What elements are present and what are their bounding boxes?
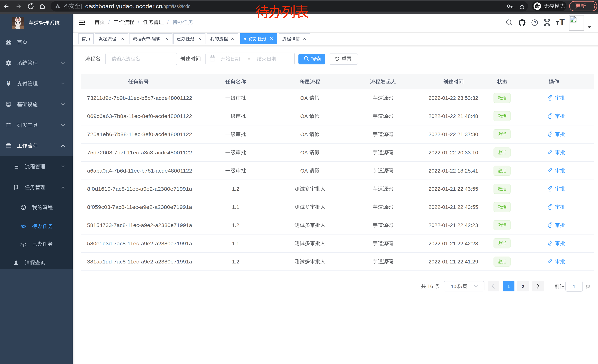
svg-text:069c6a63-7b8a-11ec-8ef0-acde48: 069c6a63-7b8a-11ec-8ef0-acde48001122 bbox=[87, 113, 192, 119]
svg-text:T: T bbox=[559, 17, 565, 27]
svg-text:2022-01-22 18:25:41: 2022-01-22 18:25:41 bbox=[429, 168, 478, 174]
svg-text:2022-01-21 22:43:55: 2022-01-21 22:43:55 bbox=[429, 204, 478, 210]
svg-text:/: / bbox=[138, 19, 139, 25]
svg-text:580e1b3d-7ac8-11ec-a9e2-a2380e: 580e1b3d-7ac8-11ec-a9e2-a2380e71991a bbox=[87, 241, 192, 246]
svg-text:10: 10 bbox=[451, 284, 456, 289]
svg-text:16: 16 bbox=[427, 283, 433, 289]
svg-text:2022-01-21 22:43:55: 2022-01-21 22:43:55 bbox=[429, 186, 478, 192]
svg-text:?: ? bbox=[533, 20, 536, 25]
svg-text:58154733-7ac8-11ec-a9e2-a2380e: 58154733-7ac8-11ec-a9e2-a2380e71991a bbox=[87, 222, 192, 228]
svg-text:1.1: 1.1 bbox=[232, 204, 239, 210]
svg-text:1: 1 bbox=[507, 284, 510, 289]
svg-text:/: / bbox=[461, 284, 463, 289]
svg-text:2022-01-22 23:53:32: 2022-01-22 23:53:32 bbox=[429, 95, 478, 101]
svg-text:2022-01-21 22:42:23: 2022-01-21 22:42:23 bbox=[429, 241, 478, 246]
svg-text:2: 2 bbox=[522, 284, 524, 289]
svg-text:2022-01-22 21:37:30: 2022-01-22 21:37:30 bbox=[429, 131, 478, 137]
svg-text:OA: OA bbox=[300, 131, 308, 137]
svg-text:1: 1 bbox=[573, 284, 575, 289]
svg-text:OA: OA bbox=[300, 113, 308, 119]
svg-text:2022-01-22 20:33:10: 2022-01-22 20:33:10 bbox=[429, 150, 478, 155]
svg-text:381aa1dd-7ac8-11ec-a9e2-a2380e: 381aa1dd-7ac8-11ec-a9e2-a2380e71991a bbox=[87, 259, 192, 265]
svg-text:1.2: 1.2 bbox=[232, 222, 239, 228]
svg-text:2022-01-21 22:42:23: 2022-01-21 22:42:23 bbox=[429, 222, 478, 228]
svg-text:¥: ¥ bbox=[7, 80, 10, 87]
svg-text:-: - bbox=[150, 36, 152, 41]
svg-text:73211d9d-7b9b-11ec-b5b7-acde48: 73211d9d-7b9b-11ec-b5b7-acde48001122 bbox=[87, 95, 192, 101]
svg-text:75d72608-7b7f-11ec-a3c8-acde48: 75d72608-7b7f-11ec-a3c8-acde48001122 bbox=[87, 150, 192, 155]
svg-text:OA: OA bbox=[300, 95, 308, 101]
svg-text:1.1: 1.1 bbox=[232, 241, 239, 246]
svg-text:OA: OA bbox=[300, 150, 308, 155]
svg-text:725a1eb6-7b88-11ec-8ef0-acde48: 725a1eb6-7b88-11ec-8ef0-acde48001122 bbox=[87, 131, 192, 137]
svg-text:a6aba0a4-7b6d-11ec-b781-acde48: a6aba0a4-7b6d-11ec-b781-acde48001122 bbox=[87, 168, 192, 174]
svg-text:OA: OA bbox=[300, 168, 308, 174]
svg-text:1.2: 1.2 bbox=[232, 259, 239, 265]
svg-text:1.2: 1.2 bbox=[232, 186, 239, 192]
svg-text:/bpm/task/todo: /bpm/task/todo bbox=[162, 3, 191, 9]
svg-text:8f0d1619-7ac8-11ec-a9e2-a2380e: 8f0d1619-7ac8-11ec-a9e2-a2380e71991a bbox=[87, 186, 192, 192]
svg-text:/: / bbox=[167, 19, 169, 25]
svg-text:2022-01-21 22:41:29: 2022-01-21 22:41:29 bbox=[429, 259, 478, 265]
svg-text:2022-01-22 21:48:48: 2022-01-22 21:48:48 bbox=[429, 113, 478, 119]
svg-text:8f059c03-7ac8-11ec-a9e2-a2380e: 8f059c03-7ac8-11ec-a9e2-a2380e71991a bbox=[87, 204, 192, 210]
svg-text:dashboard.yudao.iocoder.cn: dashboard.yudao.iocoder.cn bbox=[85, 3, 162, 9]
svg-text:/: / bbox=[108, 19, 110, 25]
svg-text:T: T bbox=[556, 20, 559, 26]
